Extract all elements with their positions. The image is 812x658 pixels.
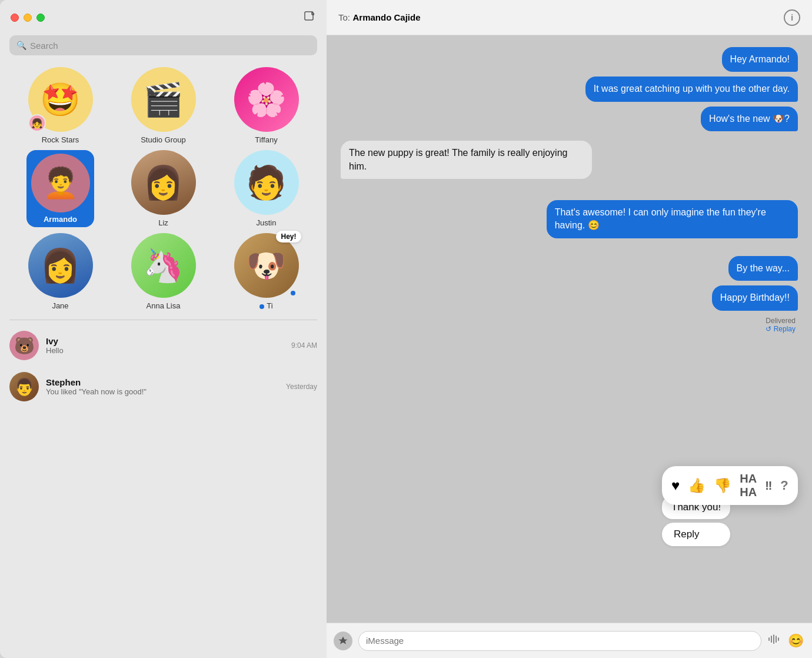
tiffany-label: Tiffany [255, 135, 277, 144]
tiffany-avatar: 🌸 [234, 67, 299, 132]
to-label: To: [338, 12, 350, 22]
tapback-exclaim[interactable]: ‼ [765, 479, 772, 493]
spacer2 [341, 243, 798, 251]
tapback-question[interactable]: ? [780, 478, 788, 493]
rock-stars-label: Rock Stars [42, 135, 79, 144]
liz-label: Liz [158, 218, 168, 227]
chat-item-stephen[interactable]: 👨 Stephen You liked "Yeah now is good!" … [0, 366, 327, 407]
message-row-7: Happy Birthday!! [341, 285, 798, 310]
svg-rect-6 [773, 634, 774, 644]
anna-lisa-label: Anna Lisa [147, 301, 181, 310]
armando-label: Armando [44, 215, 77, 224]
message-input[interactable] [358, 631, 761, 651]
stephen-info: Stephen You liked "Yeah now is good!" [46, 377, 279, 396]
tapback-haha[interactable]: HAHA [740, 472, 757, 499]
spacer [341, 184, 798, 195]
stephen-time: Yesterday [286, 383, 317, 391]
svg-rect-4 [768, 637, 770, 641]
svg-rect-8 [778, 637, 779, 641]
pinned-item-jane[interactable]: 👩 Jane [12, 233, 109, 310]
jane-label: Jane [52, 301, 68, 310]
input-bar: 😊 [327, 623, 812, 658]
liz-avatar: 👩 [131, 150, 196, 215]
ivy-time: 9:04 AM [291, 341, 317, 350]
message-row-5: That's awesome! I can only imagine the f… [341, 200, 798, 238]
message-row-3: How's the new 🐶? [341, 107, 798, 131]
message-bubble-6: By the way... [728, 256, 798, 281]
rock-stars-sub-avatar: 👧 [28, 114, 46, 132]
app-store-button[interactable] [334, 632, 352, 650]
message-bubble-7: Happy Birthday!! [712, 285, 798, 310]
pinned-item-studio-group[interactable]: 🎬 Studio Group [115, 67, 212, 144]
ivy-name: Ivy [46, 336, 284, 346]
search-icon: 🔍 [16, 41, 26, 50]
tapback-heart[interactable]: ♥ [671, 477, 680, 494]
recipient-name: Armando Cajide [352, 12, 420, 22]
chat-list: 🐻 Ivy Hello 9:04 AM 👨 Stephen You liked … [0, 325, 327, 658]
message-bubble-2: It was great catching up with you the ot… [585, 77, 798, 101]
justin-label: Justin [257, 218, 277, 227]
delivered-area: Delivered ↺ Replay [341, 317, 796, 333]
emoji-button[interactable]: 😊 [786, 632, 805, 650]
pinned-item-tiffany[interactable]: 🌸 Tiffany [218, 67, 315, 144]
recipient-line: To: Armando Cajide [338, 12, 421, 23]
close-button[interactable] [11, 14, 19, 22]
section-divider [9, 320, 317, 320]
minimize-button[interactable] [24, 14, 32, 22]
pinned-item-anna-lisa[interactable]: 🦄 Anna Lisa [115, 233, 212, 310]
window-controls [11, 14, 45, 22]
right-panel: To: Armando Cajide i Hey Armando! It was… [327, 0, 812, 658]
search-placeholder: Search [30, 41, 58, 51]
maximize-button[interactable] [36, 14, 45, 22]
pinned-item-armando[interactable]: 🧑‍🦱 Armando [12, 150, 109, 227]
armando-avatar: 🧑‍🦱 [31, 154, 90, 212]
delivered-label: Delivered [766, 317, 796, 325]
ivy-avatar: 🐻 [9, 331, 39, 360]
message-row-6: By the way... [341, 256, 798, 281]
jane-avatar: 👩 [28, 233, 93, 298]
svg-rect-5 [771, 636, 772, 643]
ti-unread-dot [289, 290, 297, 297]
tapback-thumbsdown[interactable]: 👎 [714, 477, 731, 494]
message-bubble-5: That's awesome! I can only imagine the f… [547, 200, 798, 238]
svg-rect-7 [776, 636, 777, 643]
stephen-name: Stephen [46, 377, 279, 387]
pinned-item-justin[interactable]: 🧑 Justin [218, 150, 315, 227]
message-row-1: Hey Armando! [341, 47, 798, 72]
ti-label: Ti [259, 301, 272, 310]
justin-avatar: 🧑 [234, 150, 299, 215]
tapback-popup: ♥ 👍 👎 HAHA ‼ ? [662, 466, 798, 505]
anna-lisa-avatar: 🦄 [131, 233, 196, 298]
message-header: To: Armando Cajide i [327, 0, 812, 35]
tapback-thumbsup[interactable]: 👍 [688, 477, 705, 494]
message-row-4: The new puppy is great! The family is re… [341, 141, 798, 179]
message-bubble-3: How's the new 🐶? [701, 107, 798, 131]
message-row-2: It was great catching up with you the ot… [341, 77, 798, 101]
pinned-grid: 🤩 👧 Rock Stars 🎬 Studio Group 🌸 Tiffany [0, 62, 327, 320]
replay-button[interactable]: ↺ Replay [766, 325, 796, 333]
message-bubble-1: Hey Armando! [722, 47, 798, 72]
messages-area: Hey Armando! It was great catching up wi… [327, 35, 812, 623]
left-panel: 🔍 Search 🤩 👧 Rock Stars 🎬 Studio Group 🌸 [0, 0, 327, 658]
stephen-avatar: 👨 [9, 372, 39, 401]
message-bubble-4: The new puppy is great! The family is re… [341, 141, 592, 179]
waveform-icon[interactable] [767, 633, 780, 649]
search-bar[interactable]: 🔍 Search [9, 35, 317, 55]
pinned-item-ti[interactable]: 🐶 Hey! Ti [218, 233, 315, 310]
ti-hey-bubble: Hey! [276, 231, 301, 242]
stephen-preview: You liked "Yeah now is good!" [46, 387, 279, 396]
compose-button[interactable] [303, 10, 316, 26]
reply-bubble[interactable]: Reply [662, 523, 730, 546]
pinned-item-liz[interactable]: 👩 Liz [115, 150, 212, 227]
ivy-preview: Hello [46, 346, 284, 355]
ivy-info: Ivy Hello [46, 336, 284, 355]
info-button[interactable]: i [784, 9, 800, 26]
studio-group-label: Studio Group [141, 135, 186, 144]
studio-group-avatar: 🎬 [131, 67, 196, 132]
chat-item-ivy[interactable]: 🐻 Ivy Hello 9:04 AM [0, 325, 327, 366]
title-bar [0, 0, 327, 35]
ti-avatar: 🐶 [234, 233, 299, 298]
pinned-item-rock-stars[interactable]: 🤩 👧 Rock Stars [12, 67, 109, 144]
